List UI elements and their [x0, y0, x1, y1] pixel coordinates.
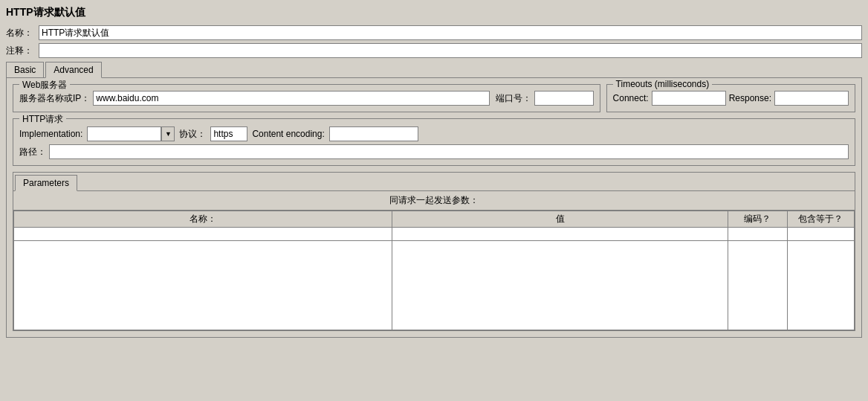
- tabs-bar: Basic Advanced: [6, 61, 862, 77]
- page-title: HTTP请求默认值: [6, 6, 862, 19]
- server-label: 服务器名称或IP：: [19, 92, 90, 105]
- http-impl-row: Implementation: ▼ 协议： Content encoding:: [19, 126, 849, 141]
- name-input[interactable]: [39, 25, 862, 40]
- tab-content: Web服务器 服务器名称或IP： 端口号： Timeouts (millisec…: [6, 77, 862, 338]
- server-input[interactable]: [93, 91, 489, 106]
- http-request-legend: HTTP请求: [19, 113, 66, 126]
- connect-label: Connect:: [613, 93, 649, 103]
- parameters-tabs: Parameters: [13, 173, 855, 190]
- param-table-header: 名称： 值 编码？ 包含等于？: [14, 211, 855, 228]
- connect-input[interactable]: [652, 91, 726, 106]
- timeouts-legend: Timeouts (milliseconds): [613, 79, 713, 89]
- main-container: HTTP请求默认值 名称： 注释： Basic Advanced Web服务器 …: [0, 0, 868, 401]
- impl-select-wrapper: ▼: [87, 126, 175, 141]
- col-value-header: 值: [392, 211, 728, 228]
- param-tab-parameters[interactable]: Parameters: [15, 175, 77, 191]
- http-request-box: HTTP请求 Implementation: ▼ 协议： Content enc…: [13, 118, 855, 166]
- col-name-header: 名称：: [14, 211, 392, 228]
- name-label: 名称：: [6, 27, 36, 39]
- protocol-label: 协议：: [179, 128, 206, 141]
- impl-label: Implementation:: [19, 129, 82, 139]
- server-row: 服务器名称或IP： 端口号：: [19, 91, 594, 106]
- web-server-row: Web服务器 服务器名称或IP： 端口号： Timeouts (millisec…: [13, 84, 855, 118]
- param-header: 同请求一起发送参数：: [13, 191, 855, 211]
- name-row: 名称：: [6, 25, 862, 40]
- web-server-box: Web服务器 服务器名称或IP： 端口号：: [13, 84, 600, 112]
- impl-input[interactable]: [87, 126, 161, 141]
- impl-dropdown-button[interactable]: ▼: [161, 126, 175, 141]
- http-request-content: Implementation: ▼ 协议： Content encoding: …: [19, 126, 849, 159]
- response-label: Response:: [729, 93, 771, 103]
- timeouts-section: Timeouts (milliseconds) Connect: Respons…: [606, 84, 855, 112]
- response-input[interactable]: [774, 91, 849, 106]
- param-table: 名称： 值 编码？ 包含等于？: [13, 211, 855, 330]
- port-input[interactable]: [534, 91, 594, 106]
- path-row: 路径：: [19, 144, 849, 159]
- web-server-legend: Web服务器: [19, 79, 70, 92]
- comment-row: 注释：: [6, 43, 862, 58]
- parameters-box: Parameters 同请求一起发送参数： 名称： 值 编码？ 包含等于？: [13, 172, 855, 331]
- comment-input[interactable]: [39, 43, 862, 58]
- param-content: 同请求一起发送参数： 名称： 值 编码？ 包含等于？: [13, 190, 855, 330]
- protocol-input[interactable]: [210, 126, 247, 141]
- web-server-section: Web服务器 服务器名称或IP： 端口号：: [13, 84, 600, 118]
- empty-row-1: [14, 228, 855, 241]
- port-label: 端口号：: [496, 92, 531, 105]
- encoding-label: Content encoding:: [252, 129, 324, 139]
- path-input[interactable]: [49, 144, 849, 159]
- param-header-text: 同请求一起发送参数：: [389, 195, 479, 205]
- empty-row-2: [14, 241, 855, 330]
- path-label: 路径：: [19, 146, 46, 158]
- col-include-header: 包含等于？: [787, 211, 854, 228]
- col-encode-header: 编码？: [728, 211, 787, 228]
- timeouts-content: Connect: Response:: [613, 91, 849, 106]
- tab-basic[interactable]: Basic: [6, 62, 44, 78]
- web-server-content: 服务器名称或IP： 端口号：: [19, 91, 594, 106]
- tab-advanced[interactable]: Advanced: [45, 62, 101, 78]
- encoding-input[interactable]: [329, 126, 418, 141]
- timeouts-box: Timeouts (milliseconds) Connect: Respons…: [606, 84, 855, 112]
- comment-label: 注释：: [6, 45, 36, 57]
